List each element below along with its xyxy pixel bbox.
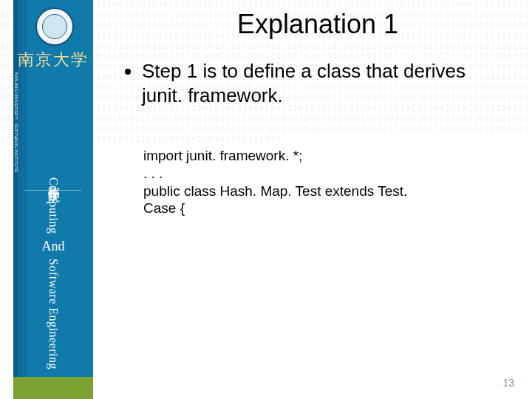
sidebar-topic: Computing And Software Engineering [13, 177, 93, 369]
university-name-cn: 南京大学 [13, 50, 93, 69]
content-area: Explanation 1 Step 1 is to define a clas… [103, 0, 532, 399]
sidebar: 南京大学 NANJING UNIVERSITY · SOFTWARE INSTI… [13, 0, 93, 399]
university-logo [35, 7, 74, 46]
sidebar-topic-line2: Software Engineering [47, 259, 60, 369]
bullet-block: Step 1 is to define a class that derives… [103, 59, 532, 107]
bullet-item-1: Step 1 is to define a class that derives… [142, 59, 488, 107]
slide: 0101010111010101010100101010101010101011… [0, 0, 532, 399]
university-block: 南京大学 NANJING UNIVERSITY · SOFTWARE INSTI… [13, 50, 93, 198]
code-line-1: import junit. framework. *; [143, 147, 414, 165]
slide-title: Explanation 1 [103, 9, 532, 40]
sidebar-topic-line1: Computing [47, 177, 60, 234]
sidebar-topic-and: And [13, 239, 93, 254]
university-name-en: NANJING UNIVERSITY · SOFTWARE INSTITUTE [13, 72, 19, 172]
code-line-3: public class Hash. Map. Test extends Tes… [143, 183, 414, 218]
page-number: 13 [502, 377, 514, 389]
university-logo-inner [42, 14, 67, 39]
code-block: import junit. framework. *; . . . public… [103, 147, 532, 217]
code-line-2: . . . [143, 165, 414, 183]
